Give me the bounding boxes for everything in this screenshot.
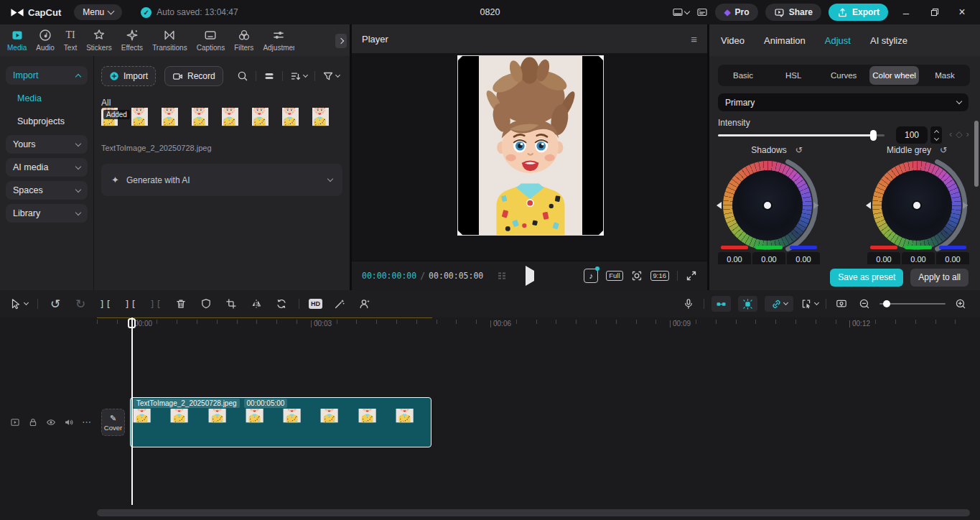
- playhead-handle[interactable]: [128, 318, 136, 328]
- panel-scrollbar[interactable]: [974, 121, 979, 187]
- delete-button[interactable]: [173, 296, 189, 312]
- layout-switch-button[interactable]: [672, 6, 689, 18]
- export-button[interactable]: Export: [829, 4, 888, 21]
- intensity-slider-thumb[interactable]: [870, 130, 877, 141]
- ai-character-button[interactable]: [357, 296, 373, 312]
- subtab-basic[interactable]: Basic: [719, 66, 767, 85]
- magnetic-timeline-toggle[interactable]: [738, 296, 757, 312]
- tab-video[interactable]: Video: [721, 35, 745, 46]
- hd-quality-button[interactable]: HD: [309, 299, 322, 309]
- mark-button[interactable]: [198, 296, 214, 312]
- mirror-button[interactable]: [248, 296, 264, 312]
- color-target-select[interactable]: Primary: [718, 93, 969, 111]
- replace-button[interactable]: [274, 296, 289, 312]
- tab-text[interactable]: TIText: [64, 29, 77, 52]
- record-button[interactable]: Record: [164, 66, 223, 86]
- middle-grey-color-wheel[interactable]: [872, 161, 961, 250]
- track-mute-icon[interactable]: [64, 417, 74, 427]
- subtab-color-wheel[interactable]: Color wheel: [869, 66, 919, 85]
- tab-stickers[interactable]: Stickers: [86, 29, 112, 52]
- tab-ai-stylize[interactable]: AI stylize: [870, 35, 907, 46]
- undo-button[interactable]: ↺: [47, 296, 63, 312]
- subtab-curves[interactable]: Curves: [819, 66, 868, 85]
- zoom-out-button[interactable]: [857, 296, 872, 312]
- pro-button[interactable]: ◆ Pro: [715, 4, 757, 21]
- generate-with-ai-button[interactable]: ✦ Generate with AI: [101, 164, 342, 196]
- tiktok-preview-button[interactable]: ♪: [584, 269, 598, 283]
- track-more-icon[interactable]: ⋯: [82, 417, 91, 427]
- intensity-slider-track[interactable]: [718, 134, 885, 136]
- snap-toggle-button[interactable]: [711, 296, 731, 312]
- intensity-stepper[interactable]: [930, 126, 942, 144]
- save-as-preset-button[interactable]: Save as preset: [830, 269, 903, 287]
- wheel-cursor[interactable]: [764, 202, 771, 209]
- import-media-button[interactable]: Import: [101, 66, 156, 86]
- panel-toggle-button[interactable]: [696, 6, 708, 18]
- frame-view-icon[interactable]: [496, 270, 508, 282]
- list-view-icon[interactable]: [263, 70, 275, 82]
- tab-filters[interactable]: Filters: [234, 29, 253, 52]
- subtab-mask[interactable]: Mask: [920, 66, 969, 85]
- tab-effects[interactable]: Effects: [121, 29, 143, 52]
- keyframe-next-button[interactable]: ›: [966, 129, 969, 139]
- selection-handle-top-left[interactable]: [457, 55, 463, 61]
- sidebar-item-media[interactable]: Media: [6, 89, 88, 108]
- keyframe-add-button[interactable]: ◇: [956, 129, 962, 139]
- aspect-ratio-button[interactable]: 9:16: [650, 271, 670, 281]
- track-preview-icon[interactable]: [10, 417, 20, 427]
- wheel-cursor[interactable]: [913, 202, 920, 209]
- trim-left-button[interactable]: ][: [123, 296, 139, 312]
- preview-axis-button[interactable]: [834, 296, 849, 312]
- reset-icon[interactable]: ↺: [795, 145, 803, 155]
- magic-tools-button[interactable]: [332, 296, 347, 312]
- tabs-scroll-right-button[interactable]: [335, 34, 347, 48]
- tab-adjustment[interactable]: Adjustment: [263, 29, 294, 52]
- zoom-in-button[interactable]: [953, 296, 969, 312]
- timeline-ruler[interactable]: 00:00 00:03 00:06 00:09 00:12: [0, 317, 980, 332]
- tab-media[interactable]: Media: [7, 29, 27, 52]
- play-button[interactable]: [526, 271, 534, 281]
- minimize-button[interactable]: –: [895, 6, 917, 19]
- player-menu-icon[interactable]: ≡: [691, 33, 697, 45]
- redo-button[interactable]: ↻: [73, 296, 88, 312]
- link-toggle-button[interactable]: [765, 296, 793, 312]
- cover-button[interactable]: ✎ Cover: [101, 409, 125, 436]
- share-button[interactable]: Share: [765, 4, 821, 21]
- track-lock-icon[interactable]: [28, 417, 38, 427]
- wheel-right-arrow[interactable]: [963, 202, 968, 209]
- restore-button[interactable]: [924, 7, 946, 17]
- sidebar-item-ai-media[interactable]: AI media: [6, 158, 88, 177]
- timeline-clip[interactable]: TextToImage_2_20250728.jpeg 00:00:05:00: [130, 397, 431, 447]
- sidebar-item-subprojects[interactable]: Subprojects: [6, 112, 88, 131]
- shadows-color-wheel[interactable]: [723, 161, 812, 250]
- close-button[interactable]: ×: [953, 6, 971, 19]
- fit-zoom-button[interactable]: [631, 270, 643, 282]
- preview-selection-box[interactable]: [457, 55, 604, 236]
- wheel-right-arrow[interactable]: [813, 202, 818, 209]
- split-button[interactable]: ][: [98, 296, 113, 312]
- sidebar-item-yours[interactable]: Yours: [6, 135, 88, 154]
- sidebar-item-spaces[interactable]: Spaces: [6, 181, 88, 200]
- tab-captions[interactable]: Captions: [197, 29, 225, 52]
- subtab-hsl[interactable]: HSL: [769, 66, 818, 85]
- tab-adjust[interactable]: Adjust: [825, 35, 851, 46]
- expand-player-button[interactable]: [686, 270, 697, 282]
- track-visibility-icon[interactable]: [46, 417, 56, 427]
- sidebar-item-library[interactable]: Library: [6, 204, 88, 223]
- search-icon[interactable]: [237, 70, 248, 82]
- tab-transitions[interactable]: Transitions: [152, 29, 187, 52]
- full-screen-mode-button[interactable]: Full: [606, 271, 622, 281]
- apply-to-all-button[interactable]: Apply to all: [910, 269, 969, 287]
- filter-button[interactable]: [322, 70, 340, 82]
- track-select-mode-button[interactable]: [801, 298, 818, 310]
- select-tool-button[interactable]: [10, 298, 28, 310]
- timeline-zoom-slider[interactable]: [879, 299, 946, 309]
- keyframe-prev-button[interactable]: ‹: [949, 129, 952, 139]
- wheel-left-arrow[interactable]: [866, 202, 871, 209]
- media-item-thumbnail[interactable]: Added: [101, 108, 342, 139]
- selection-handle-bottom-right[interactable]: [598, 230, 604, 236]
- intensity-value-input[interactable]: 100: [896, 126, 928, 144]
- menu-button[interactable]: Menu: [74, 4, 122, 20]
- reset-icon[interactable]: ↺: [940, 145, 947, 155]
- selection-handle-bottom-left[interactable]: [457, 230, 463, 236]
